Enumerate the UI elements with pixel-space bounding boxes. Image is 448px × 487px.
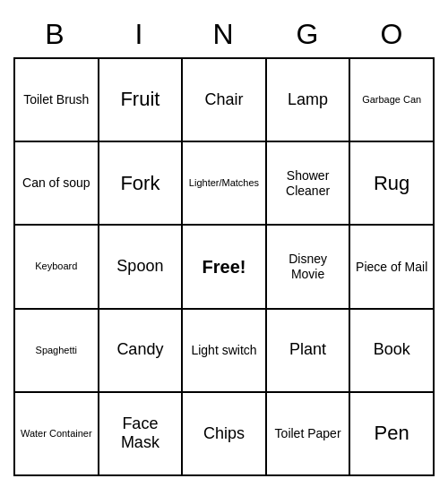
bingo-cell-2-4: Piece of Mail bbox=[350, 226, 435, 309]
bingo-cell-4-2: Chips bbox=[183, 393, 267, 476]
bingo-cell-4-0: Water Container bbox=[15, 393, 99, 476]
bingo-cell-2-3: Disney Movie bbox=[267, 226, 351, 309]
bingo-cell-1-4: Rug bbox=[350, 142, 435, 226]
bingo-row-3: SpaghettiCandyLight switchPlantBook bbox=[15, 310, 435, 393]
bingo-cell-4-4: Pen bbox=[350, 393, 435, 476]
bingo-card: BINGO Toilet BrushFruitChairLampGarbage … bbox=[13, 11, 435, 476]
bingo-cell-2-2: Free! bbox=[183, 226, 267, 309]
header-letter-G: G bbox=[266, 11, 350, 57]
bingo-cell-0-0: Toilet Brush bbox=[15, 59, 99, 142]
bingo-cell-2-1: Spoon bbox=[99, 226, 184, 309]
bingo-cell-1-2: Lighter/Matches bbox=[183, 142, 267, 226]
bingo-cell-0-2: Chair bbox=[183, 59, 267, 142]
bingo-cell-3-1: Candy bbox=[99, 310, 184, 393]
bingo-grid: Toilet BrushFruitChairLampGarbage CanCan… bbox=[13, 57, 435, 476]
header-letter-N: N bbox=[182, 11, 266, 57]
bingo-cell-0-4: Garbage Can bbox=[350, 59, 435, 142]
bingo-header: BINGO bbox=[13, 11, 435, 57]
header-letter-O: O bbox=[350, 11, 435, 57]
bingo-cell-4-1: Face Mask bbox=[99, 393, 184, 476]
bingo-cell-3-4: Book bbox=[350, 310, 435, 393]
bingo-row-0: Toilet BrushFruitChairLampGarbage Can bbox=[15, 59, 435, 142]
bingo-cell-1-3: Shower Cleaner bbox=[267, 142, 351, 226]
bingo-cell-4-3: Toilet Paper bbox=[267, 393, 351, 476]
bingo-cell-1-1: Fork bbox=[99, 142, 184, 226]
bingo-cell-1-0: Can of soup bbox=[15, 142, 99, 226]
bingo-cell-3-2: Light switch bbox=[183, 310, 267, 393]
bingo-cell-0-1: Fruit bbox=[99, 59, 184, 142]
bingo-row-1: Can of soupForkLighter/MatchesShower Cle… bbox=[15, 142, 435, 226]
bingo-cell-2-0: Keyboard bbox=[15, 226, 99, 309]
bingo-row-2: KeyboardSpoonFree!Disney MoviePiece of M… bbox=[15, 226, 435, 309]
header-letter-I: I bbox=[98, 11, 182, 57]
header-letter-B: B bbox=[13, 11, 98, 57]
bingo-cell-3-3: Plant bbox=[267, 310, 351, 393]
bingo-cell-0-3: Lamp bbox=[267, 59, 351, 142]
bingo-row-4: Water ContainerFace MaskChipsToilet Pape… bbox=[15, 393, 435, 476]
bingo-cell-3-0: Spaghetti bbox=[15, 310, 99, 393]
